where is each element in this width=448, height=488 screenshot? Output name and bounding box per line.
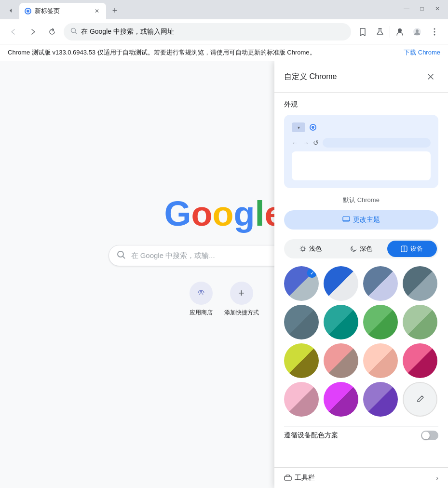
color-swatch-peach-light[interactable] [363, 343, 398, 378]
address-text: 在 Google 中搜索，或输入网址 [81, 27, 344, 36]
address-bar-icons [355, 24, 442, 40]
preview-back-icon: ← [292, 139, 299, 147]
search-icon [117, 250, 125, 261]
change-theme-label: 更改主题 [353, 216, 380, 224]
color-swatch-dark-grey[interactable] [403, 266, 437, 301]
preview-nav: ← → ↺ [292, 138, 431, 148]
color-swatch-blue-grey[interactable]: ✓ [284, 266, 319, 301]
theme-name-label: 默认 Chrome [284, 196, 438, 204]
svg-rect-20 [285, 476, 291, 480]
app-store-shortcut[interactable]: 应用商店 [190, 282, 213, 317]
color-swatch-peach-brown[interactable] [324, 343, 358, 378]
info-bar-message: Chrome 测试版 v133.0.6943.53 仅适用于自动测试。若要进行常… [8, 48, 316, 57]
add-shortcut[interactable]: + 添加快捷方式 [224, 282, 259, 317]
panel-body: 外观 ▾ ← [274, 93, 448, 467]
color-swatch-yellow-olive[interactable] [284, 343, 319, 378]
bookmark-button[interactable] [355, 24, 370, 40]
dark-mode-label: 深色 [360, 244, 372, 253]
close-window-button[interactable]: ✕ [431, 2, 444, 15]
color-swatch-blush-mauve[interactable] [284, 382, 319, 417]
toggle-knob [422, 432, 430, 439]
svg-point-6 [434, 31, 435, 32]
shortcuts-bar: 应用商店 + 添加快捷方式 [190, 282, 259, 317]
svg-point-18 [301, 247, 304, 251]
logo-letter-o2: o [212, 194, 233, 233]
svg-point-16 [312, 126, 314, 129]
change-theme-button[interactable]: 更改主题 [284, 210, 438, 230]
download-chrome-link[interactable]: 下载 Chrome [404, 48, 440, 57]
toolbar-section-link[interactable]: 工具栏 › [274, 467, 448, 488]
appearance-section-title: 外观 [284, 100, 438, 109]
tab-bar: 新标签页 ✕ + — □ ✕ [0, 0, 448, 19]
add-shortcut-icon: + [230, 282, 253, 305]
dark-mode-button[interactable]: 深色 [336, 241, 386, 257]
color-swatch-steel-lavender[interactable] [363, 266, 398, 301]
color-swatch-pink-dark[interactable] [403, 343, 437, 378]
svg-point-12 [195, 287, 207, 299]
theme-preview: ▾ ← → ↺ [284, 115, 438, 188]
customize-panel: 自定义 Chrome 外观 ▾ [274, 61, 448, 488]
tab-scroll-left[interactable] [4, 4, 17, 17]
color-swatch-teal-green[interactable] [324, 305, 358, 339]
reload-button[interactable] [44, 24, 60, 40]
new-tab-button[interactable]: + [108, 4, 122, 17]
color-scheme-grid: ✓ [284, 266, 438, 417]
accessibility-toggle[interactable] [421, 431, 438, 440]
toolbar-footer-label: 工具栏 [284, 474, 315, 482]
color-swatch-blue-white[interactable] [324, 266, 358, 301]
labs-button[interactable] [372, 24, 388, 40]
svg-point-8 [118, 251, 123, 257]
add-shortcut-label: 添加快捷方式 [224, 309, 259, 317]
preview-page-content [292, 151, 431, 180]
toolbar-label-text: 工具栏 [295, 474, 315, 482]
svg-point-2 [27, 10, 29, 13]
light-mode-button[interactable]: 浅色 [285, 241, 335, 257]
toolbar-section-arrow: › [436, 474, 438, 482]
logo-letter-o1: o [191, 194, 213, 233]
minimize-button[interactable]: — [400, 2, 413, 15]
panel-header: 自定义 Chrome [274, 61, 448, 93]
edit-profile-button[interactable] [392, 24, 407, 40]
tab-close-button[interactable]: ✕ [93, 7, 101, 15]
accessibility-label: 遵循设备配色方案 [284, 431, 338, 440]
logo-letter-l: l [255, 194, 264, 233]
address-bar: 在 Google 中搜索，或输入网址 [0, 19, 448, 44]
color-swatch-sage-green[interactable] [403, 305, 437, 339]
color-mode-selector: 浅色 深色 设备 [284, 239, 438, 258]
forward-button[interactable] [25, 24, 41, 40]
color-swatch-teal-dark[interactable] [284, 305, 319, 339]
back-button[interactable] [6, 24, 21, 40]
logo-letter-g: G [164, 194, 191, 233]
preview-address-bar [323, 138, 431, 148]
svg-point-3 [71, 28, 76, 33]
active-tab[interactable]: 新标签页 ✕ [19, 3, 106, 19]
preview-forward-icon: → [302, 139, 309, 147]
light-mode-label: 浅色 [309, 244, 322, 253]
address-input[interactable]: 在 Google 中搜索，或输入网址 [64, 23, 351, 41]
tab-favicon [24, 7, 32, 15]
device-mode-label: 设备 [410, 244, 423, 253]
preview-reload-icon: ↺ [313, 139, 319, 147]
more-menu-button[interactable] [427, 24, 442, 40]
google-logo: G o o g l e [164, 194, 284, 233]
svg-point-5 [434, 28, 435, 29]
custom-color-swatch[interactable] [403, 382, 437, 417]
app-store-icon [190, 282, 213, 305]
maximize-button[interactable]: □ [415, 2, 429, 15]
accessibility-toggle-row: 遵循设备配色方案 [284, 426, 438, 444]
preview-favicon [309, 123, 317, 131]
preview-tab-bar: ▾ [292, 122, 431, 132]
color-swatch-green-light[interactable] [363, 305, 398, 339]
device-mode-button[interactable]: 设备 [387, 241, 437, 257]
main-content: G o o g l e 在 Google 中搜索，或输... [0, 61, 448, 488]
preview-dropdown-icon: ▾ [292, 122, 305, 132]
tab-title: 新标签页 [35, 7, 90, 15]
panel-close-button[interactable] [423, 69, 438, 84]
color-swatch-purple-lavender[interactable] [363, 382, 398, 417]
toolbar-divider [390, 26, 390, 38]
app-store-label: 应用商店 [190, 309, 213, 317]
profile-avatar-button[interactable] [409, 24, 425, 40]
svg-point-7 [434, 34, 435, 35]
color-swatch-pink-purple[interactable] [324, 382, 358, 417]
panel-title: 自定义 Chrome [284, 72, 337, 82]
